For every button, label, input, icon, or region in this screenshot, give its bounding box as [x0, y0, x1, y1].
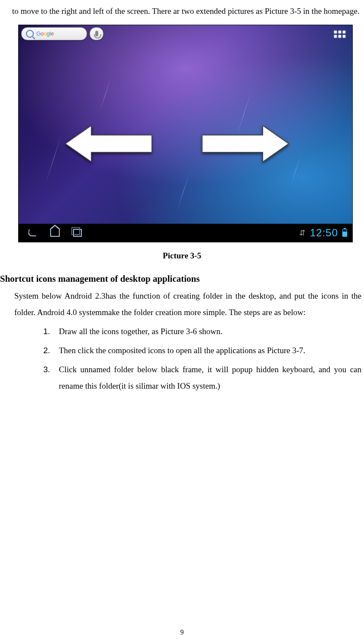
section-paragraph: System below Android 2.3has the function…: [14, 288, 361, 321]
intro-paragraph: to move to the right and left of the scr…: [12, 2, 361, 20]
rain-streak: [177, 173, 190, 210]
rain-streak: [45, 135, 61, 184]
steps-list: Draw all the icons together, as Picture …: [43, 323, 361, 394]
home-icon: [50, 229, 60, 237]
rain-streak: [100, 78, 111, 111]
list-item: Draw all the icons together, as Picture …: [43, 323, 361, 340]
figure-caption: Picture 3-5: [0, 251, 364, 261]
swipe-right-arrow: [202, 126, 289, 162]
android-navigation-bar: ⇵ 12:50: [19, 224, 352, 242]
recent-apps-button[interactable]: [72, 229, 83, 237]
home-button[interactable]: [50, 229, 60, 237]
svg-marker-0: [65, 126, 152, 162]
list-item: Click unnamed folder below black frame, …: [43, 361, 361, 394]
page-number: 9: [0, 628, 364, 636]
rain-streak: [291, 155, 301, 184]
google-search-widget[interactable]: Google: [21, 27, 87, 40]
svg-marker-1: [202, 126, 289, 162]
recent-apps-icon: [73, 229, 82, 237]
back-icon: [28, 229, 38, 236]
section-heading: Shortcut icons management of desktop app…: [0, 274, 361, 284]
list-item: Then click the composited icons to open …: [43, 342, 361, 359]
usb-icon: ⇵: [299, 228, 306, 238]
battery-icon: [342, 229, 347, 237]
search-icon: [26, 30, 34, 38]
voice-search-button[interactable]: [90, 27, 103, 40]
app-drawer-button[interactable]: [332, 29, 347, 40]
android-homescreen-screenshot: Google: [18, 25, 353, 242]
clock: 12:50: [310, 227, 338, 239]
google-logo: Google: [36, 30, 54, 37]
back-button[interactable]: [27, 229, 38, 237]
swipe-left-arrow: [65, 126, 152, 162]
microphone-icon: [95, 31, 98, 36]
